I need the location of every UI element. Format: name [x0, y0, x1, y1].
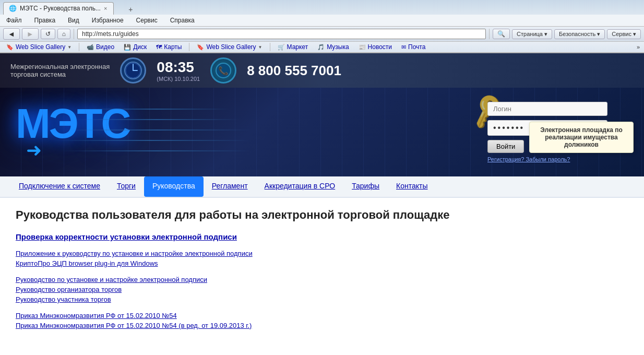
logo-text: МЭТС	[16, 103, 129, 145]
more-favorites-button[interactable]: »	[637, 44, 640, 50]
tools-menu-button[interactable]: Сервис ▾	[607, 29, 641, 39]
forward-button[interactable]: ►	[22, 28, 39, 40]
nav-item-guides[interactable]: Руководства	[144, 176, 204, 197]
nav-item-connection[interactable]: Подключение к системе	[10, 176, 109, 197]
nav-item-tariffs[interactable]: Тарифы	[343, 176, 388, 197]
address-bar[interactable]	[77, 29, 486, 39]
new-tab-area	[114, 10, 125, 15]
main-content: Руководства пользователя для работы на э…	[0, 198, 644, 348]
nav-item-trades[interactable]: Торги	[109, 176, 144, 197]
fav-icon-5: 🛒	[278, 44, 285, 51]
new-tab-button[interactable]: +	[125, 4, 136, 15]
nav-item-contacts[interactable]: Контакты	[388, 176, 436, 197]
fav-label-4: Web Slice Gallery	[206, 43, 256, 51]
site-title-line1: Межрегиональная электронная	[10, 63, 110, 70]
site-title-line2: торговая система	[10, 70, 110, 78]
fav-label-7: Новости	[368, 43, 392, 51]
hero-banner: МЭТС ➜ 🔑 ••••••• Войти Регистрация? Забы…	[0, 88, 644, 176]
safety-menu-button[interactable]: Безопасность ▾	[554, 29, 605, 39]
date-display: (МСК) 10.10.201	[157, 76, 200, 82]
fav-item-7[interactable]: 📰 Новости	[356, 43, 394, 51]
close-tab-button[interactable]: ×	[104, 5, 107, 11]
fav-item-0[interactable]: 🔖 Web Slice Gallery ▼	[4, 43, 74, 51]
site-navigation: Подключение к системе Торги Руководства …	[0, 176, 644, 198]
fav-item-2[interactable]: 💾 Диск	[122, 43, 149, 51]
fav-icon-6: 🎵	[317, 44, 325, 51]
svg-text:📞: 📞	[218, 66, 229, 76]
nav-divider	[74, 29, 74, 39]
menu-help[interactable]: Справка	[168, 16, 197, 25]
link-group-2: Приказ Минэкономразвития РФ от 15.02.201…	[16, 312, 628, 329]
fav-label-1: Видео	[96, 43, 114, 51]
link-0-0[interactable]: Приложение к руководству по установке и …	[16, 250, 628, 257]
fav-item-4[interactable]: 🔖 Web Slice Gallery ▼	[195, 43, 264, 51]
link-2-1[interactable]: Приказ Минэкономразвития РФ от 15.02.201…	[16, 322, 628, 329]
nav-item-regulations[interactable]: Регламент	[204, 176, 256, 197]
fav-label-0: Web Slice Gallery	[16, 43, 65, 51]
time-display: 08:35	[157, 59, 200, 76]
primary-link[interactable]: Проверка корректности установки электрон…	[16, 232, 628, 241]
nav-item-accreditation[interactable]: Аккредитация в СРО	[256, 176, 344, 197]
fav-icon-8: ✉	[401, 44, 406, 51]
tab-icon: 🌐	[9, 5, 17, 12]
refresh-button[interactable]: ↺	[41, 29, 55, 39]
home-button[interactable]: ⌂	[57, 29, 70, 39]
menu-favorites[interactable]: Избранное	[90, 16, 126, 25]
fav-icon-1: 📹	[87, 44, 94, 51]
favorites-bar: 🔖 Web Slice Gallery ▼ 📹 Видео 💾 Диск 🗺 К…	[0, 42, 644, 53]
fav-item-1[interactable]: 📹 Видео	[85, 43, 116, 51]
fav-sep-1	[189, 43, 189, 51]
fav-label-5: Маркет	[287, 43, 308, 51]
fav-item-8[interactable]: ✉ Почта	[399, 43, 427, 51]
clock-icon	[120, 57, 146, 84]
link-group-0: Приложение к руководству по установке и …	[16, 250, 628, 267]
fav-icon-4: 🔖	[197, 44, 204, 51]
website-content: Межрегиональная электронная торговая сис…	[0, 53, 644, 348]
fav-icon-2: 💾	[124, 44, 131, 51]
menu-view[interactable]: Вид	[66, 16, 81, 25]
fav-label-8: Почта	[408, 43, 425, 51]
nav-divider-2	[489, 29, 490, 39]
fav-label-2: Диск	[133, 43, 147, 51]
login-button[interactable]: Войти	[487, 140, 524, 153]
menu-bar: Файл Правка Вид Избранное Сервис Справка	[0, 15, 644, 27]
fav-item-3[interactable]: 🗺 Карты	[154, 43, 184, 51]
link-1-2[interactable]: Руководство участника торгов	[16, 295, 628, 303]
tooltip-box: Электронная площадка по реализации имуще…	[529, 122, 634, 153]
menu-file[interactable]: Файл	[4, 16, 24, 25]
time-section: 08:35 (МСК) 10.10.201	[157, 59, 200, 82]
tab-bar: 🌐 МЭТС - Руководства поль... × +	[0, 0, 644, 15]
fav-label-3: Карты	[164, 43, 182, 51]
search-button[interactable]: 🔍	[493, 29, 510, 39]
fav-item-5[interactable]: 🛒 Маркет	[276, 43, 311, 51]
tooltip-text: Электронная площадка по реализации имуще…	[540, 126, 623, 148]
link-0-1[interactable]: КриптоПро ЭЦП browser plug-in для Window…	[16, 259, 628, 267]
link-2-0[interactable]: Приказ Минэкономразвития РФ от 15.02.201…	[16, 312, 628, 320]
menu-tools[interactable]: Сервис	[134, 16, 160, 25]
login-input[interactable]	[487, 102, 607, 116]
nav-bar: ◄ ► ↺ ⌂ 🔍 Страница ▾ Безопасность ▾ Серв…	[0, 27, 644, 42]
fav-label-6: Музыка	[327, 43, 349, 51]
phone-number: 8 800 555 7001	[247, 63, 341, 79]
page-menu-button[interactable]: Страница ▾	[512, 29, 552, 39]
fav-arrow-4: ▼	[258, 45, 263, 50]
tab-title: МЭТС - Руководства поль...	[20, 5, 101, 12]
menu-edit[interactable]: Правка	[32, 16, 58, 25]
fav-icon-0: 🔖	[6, 44, 14, 51]
link-group-1: Руководство по установке и настройке эле…	[16, 276, 628, 303]
link-1-0[interactable]: Руководство по установке и настройке эле…	[16, 276, 628, 283]
fav-sep-0	[79, 43, 79, 51]
site-title: Межрегиональная электронная торговая сис…	[10, 63, 110, 78]
register-link[interactable]: Регистрация? Забыли пароль?	[487, 156, 570, 162]
fav-item-6[interactable]: 🎵 Музыка	[315, 43, 351, 51]
browser-chrome: 🌐 МЭТС - Руководства поль... × + Файл Пр…	[0, 0, 644, 53]
phone-icon: 📞	[210, 57, 236, 84]
page-title: Руководства пользователя для работы на э…	[16, 208, 628, 222]
site-logo: МЭТС ➜	[0, 92, 145, 172]
active-tab[interactable]: 🌐 МЭТС - Руководства поль... ×	[3, 2, 114, 15]
link-1-1[interactable]: Руководство организатора торгов	[16, 286, 628, 293]
fav-arrow-0: ▼	[67, 45, 71, 50]
fav-icon-3: 🗺	[156, 44, 162, 50]
back-button[interactable]: ◄	[3, 28, 20, 40]
login-form: ••••••• Войти Регистрация? Забыли пароль…	[477, 88, 644, 176]
